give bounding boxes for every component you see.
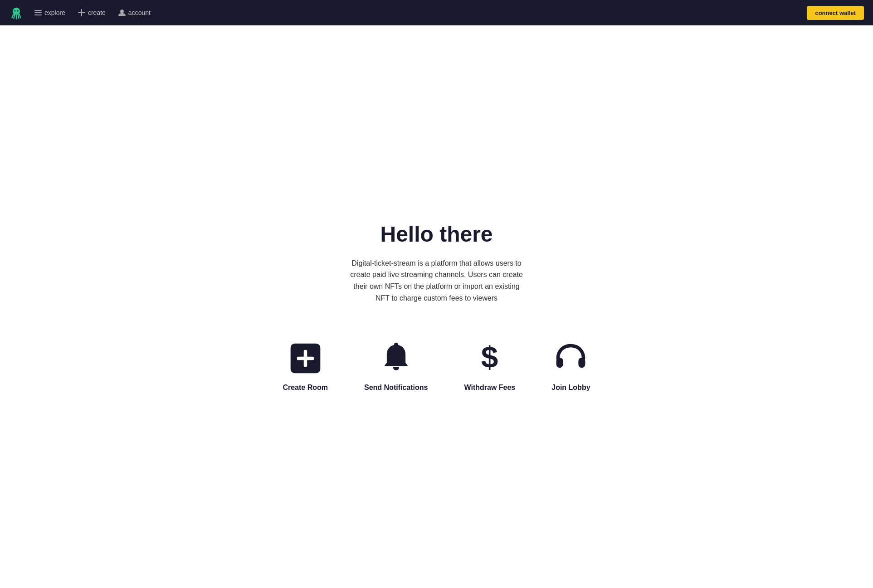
svg-rect-3 [34, 10, 42, 11]
list-icon [34, 9, 42, 16]
headphones-icon [553, 340, 589, 376]
svg-rect-15 [579, 357, 585, 368]
feature-create-room-label: Create Room [283, 384, 328, 392]
feature-join-lobby-label: Join Lobby [551, 384, 590, 392]
nav-create[interactable]: create [78, 9, 106, 16]
svg-rect-5 [34, 15, 42, 15]
hero-description: Digital-ticket-stream is a platform that… [346, 258, 527, 304]
features-grid: Create Room Send Notifications [283, 340, 590, 392]
main-content: Hello there Digital-ticket-stream is a p… [0, 25, 873, 588]
feature-send-notifications-label: Send Notifications [364, 384, 428, 392]
plus-square-icon [287, 340, 323, 376]
feature-withdraw-fees-label: Withdraw Fees [464, 384, 515, 392]
logo[interactable] [9, 5, 24, 20]
svg-rect-14 [556, 357, 563, 368]
connect-wallet-button[interactable]: connect wallet [807, 6, 864, 20]
feature-create-room[interactable]: Create Room [283, 340, 328, 392]
feature-join-lobby[interactable]: Join Lobby [551, 340, 590, 392]
svg-point-1 [14, 10, 15, 11]
nav-create-label: create [88, 9, 106, 16]
nav-account[interactable]: account [118, 9, 151, 16]
svg-text:$: $ [481, 341, 498, 374]
navbar-links: explore create account [34, 9, 807, 16]
feature-withdraw-fees[interactable]: $ Withdraw Fees [464, 340, 515, 392]
plus-nav-icon [78, 9, 85, 16]
nav-explore[interactable]: explore [34, 9, 65, 16]
nav-account-label: account [128, 9, 151, 16]
svg-rect-4 [34, 12, 42, 13]
hero-section: Hello there Digital-ticket-stream is a p… [346, 222, 527, 304]
svg-point-2 [17, 10, 19, 11]
hero-title: Hello there [346, 222, 527, 247]
navbar: explore create account connect wallet [0, 0, 873, 25]
feature-send-notifications[interactable]: Send Notifications [364, 340, 428, 392]
svg-point-8 [120, 10, 124, 13]
logo-icon [9, 5, 24, 20]
svg-rect-11 [297, 356, 314, 360]
svg-point-12 [394, 343, 398, 347]
nav-explore-label: explore [44, 9, 65, 16]
svg-rect-7 [78, 12, 85, 13]
bell-icon [378, 340, 414, 376]
user-icon [118, 9, 126, 16]
dollar-icon: $ [472, 340, 508, 376]
